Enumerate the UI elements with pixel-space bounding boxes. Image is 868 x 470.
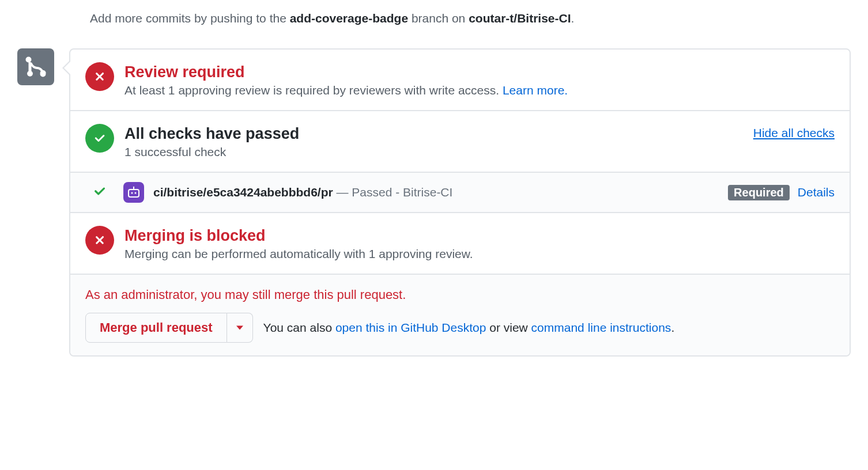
- robot-icon: [127, 185, 141, 199]
- x-icon: [93, 70, 107, 84]
- learn-more-link[interactable]: Learn more.: [503, 84, 568, 97]
- merge-pull-request-button[interactable]: Merge pull request: [85, 313, 227, 343]
- hide-all-checks-link[interactable]: Hide all checks: [753, 126, 835, 140]
- merge-timeline-badge: [17, 48, 54, 85]
- check-name: ci/bitrise/e5ca3424abebbbd6/pr: [153, 185, 333, 199]
- svg-point-4: [133, 187, 134, 188]
- check-icon: [93, 131, 107, 145]
- push-hint: Add more commits by pushing to the add-c…: [90, 12, 851, 25]
- check-details-link[interactable]: Details: [798, 185, 835, 199]
- caret-down-icon: [236, 324, 243, 331]
- merge-dropdown-button[interactable]: [227, 313, 253, 343]
- open-github-desktop-link[interactable]: open this in GitHub Desktop: [335, 321, 486, 334]
- check-row: ci/bitrise/e5ca3424abebbbd6/pr — Passed …: [70, 173, 850, 213]
- bitrise-app-icon: [123, 182, 144, 203]
- checks-summary-section: All checks have passed 1 successful chec…: [70, 111, 850, 173]
- git-merge-icon: [24, 55, 47, 78]
- merge-blocked-section: Merging is blocked Merging can be perfor…: [70, 213, 850, 275]
- blocked-subtitle: Merging can be performed automatically w…: [124, 247, 835, 261]
- blocked-title: Merging is blocked: [124, 226, 835, 246]
- hint-middle: branch on: [408, 12, 469, 25]
- check-status: Passed - Bitrise-CI: [352, 185, 452, 199]
- admin-override-note: As an administrator, you may still merge…: [85, 287, 835, 302]
- x-icon: [93, 233, 107, 247]
- merge-footer: As an administrator, you may still merge…: [70, 275, 850, 355]
- review-subtitle: At least 1 approving review is required …: [124, 84, 835, 97]
- check-text: ci/bitrise/e5ca3424abebbbd6/pr — Passed …: [153, 185, 719, 199]
- footer-hint: You can also open this in GitHub Desktop…: [263, 321, 675, 335]
- check-sep: —: [333, 185, 352, 199]
- review-title: Review required: [124, 62, 835, 82]
- checks-title: All checks have passed: [124, 124, 743, 144]
- required-badge: Required: [728, 185, 790, 200]
- svg-point-2: [135, 192, 137, 194]
- merge-status-panel: Review required At least 1 approving rev…: [69, 48, 851, 357]
- repo-name: coutar-t/Bitrise-CI: [469, 12, 571, 25]
- hint-suffix: .: [571, 12, 575, 25]
- merge-button-group: Merge pull request: [85, 313, 253, 343]
- svg-point-1: [131, 192, 133, 194]
- review-status-icon: [85, 62, 114, 91]
- svg-rect-0: [129, 189, 139, 197]
- hint-prefix: Add more commits by pushing to the: [90, 12, 290, 25]
- blocked-status-icon: [85, 226, 114, 255]
- command-line-instructions-link[interactable]: command line instructions: [531, 321, 671, 334]
- checks-subtitle: 1 successful check: [124, 145, 743, 159]
- review-required-section: Review required At least 1 approving rev…: [70, 50, 850, 111]
- branch-name: add-coverage-badge: [290, 12, 408, 25]
- check-pass-icon: [85, 184, 114, 201]
- checks-status-icon: [85, 124, 114, 153]
